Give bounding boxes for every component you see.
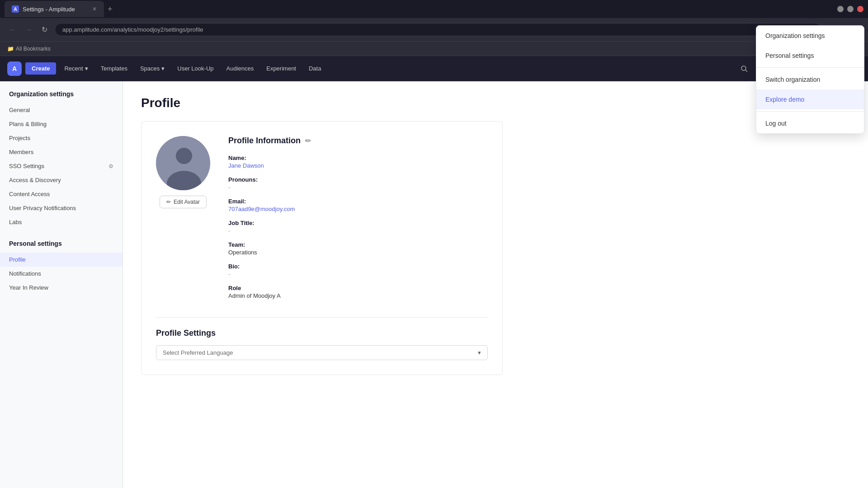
nav-item-spaces[interactable]: Spaces ▾	[136, 62, 169, 75]
field-pronouns: Pronouns: -	[228, 176, 488, 191]
dropdown-item-switch-org[interactable]: Switch organization	[756, 70, 864, 89]
sidebar-item-user-privacy[interactable]: User Privacy Notifications	[0, 201, 123, 215]
bookmarks-folder-icon: 📁	[7, 46, 14, 52]
profile-settings-section: Profile Settings Select Preferred Langua…	[156, 317, 488, 360]
back-button[interactable]: ←	[7, 24, 18, 36]
new-tab-button[interactable]: +	[104, 3, 116, 16]
bookmarks-bar: 📁 All Bookmarks	[0, 42, 868, 56]
page-title: Profile	[141, 96, 850, 110]
close-tab-button[interactable]: ✕	[92, 6, 97, 12]
nav-item-templates[interactable]: Templates	[96, 62, 132, 75]
url-bar[interactable]: app.amplitude.com/analytics/moodjoy2/set…	[55, 23, 822, 36]
main-layout: Organization settings General Plans & Bi…	[0, 81, 868, 488]
field-team: Team: Operations	[228, 241, 488, 256]
sidebar-item-content-access[interactable]: Content Access	[0, 187, 123, 201]
search-icon-button[interactable]	[736, 61, 752, 77]
field-job-title: Job Title: -	[228, 220, 488, 234]
dropdown-item-org-settings[interactable]: Organization settings	[756, 26, 864, 46]
minimize-button[interactable]	[837, 6, 844, 12]
sidebar-item-access-discovery[interactable]: Access & Discovery	[0, 173, 123, 187]
profile-info: Profile Information ✏ Name: Jane Dawson …	[228, 136, 488, 306]
sidebar-item-year-in-review[interactable]: Year In Review	[0, 281, 123, 295]
amplitude-logo[interactable]: A	[7, 61, 22, 76]
tab-title: Settings - Amplitude	[23, 6, 89, 13]
profile-info-header: Profile Information ✏	[228, 136, 488, 145]
nav-item-userlookup[interactable]: User Look-Up	[173, 62, 218, 75]
all-bookmarks[interactable]: 📁 All Bookmarks	[7, 46, 51, 52]
top-nav: A Create Recent ▾ Templates Spaces ▾ Use…	[0, 56, 868, 81]
edit-avatar-button[interactable]: ✏ Edit Avatar	[160, 196, 207, 208]
org-settings-title: Organization settings	[0, 90, 123, 103]
sidebar: Organization settings General Plans & Bi…	[0, 81, 123, 488]
field-name: Name: Jane Dawson	[228, 155, 488, 169]
edit-profile-button[interactable]: ✏	[305, 136, 311, 145]
window-controls	[837, 6, 863, 12]
browser-titlebar: A Settings - Amplitude ✕ +	[0, 0, 868, 18]
field-bio: Bio: -	[228, 263, 488, 277]
url-text: app.amplitude.com/analytics/moodjoy2/set…	[62, 26, 203, 33]
nav-item-data[interactable]: Data	[304, 62, 326, 75]
language-placeholder: Select Preferred Language	[163, 349, 233, 356]
svg-line-1	[745, 70, 747, 72]
refresh-button[interactable]: ↻	[40, 23, 49, 36]
avatar	[156, 136, 210, 190]
avatar-section: ✏ Edit Avatar	[156, 136, 210, 208]
field-email: Email: 707aad9e@moodjoy.com	[228, 198, 488, 212]
field-role: Role Admin of Moodjoy A	[228, 285, 488, 299]
language-select[interactable]: Select Preferred Language ▾	[156, 345, 488, 360]
svg-point-0	[741, 66, 746, 70]
main-content: Profile ✏ Edi	[123, 81, 868, 488]
favicon-icon: A	[12, 5, 19, 13]
sidebar-item-sso[interactable]: SSO Settings ⚙	[0, 159, 123, 173]
profile-card: ✏ Edit Avatar Profile Information ✏ Name…	[141, 121, 503, 375]
svg-point-12	[176, 148, 192, 164]
sidebar-item-profile[interactable]: Profile	[0, 253, 123, 267]
sidebar-item-labs[interactable]: Labs	[0, 215, 123, 229]
nav-item-recent[interactable]: Recent ▾	[60, 62, 92, 75]
personal-settings-title: Personal settings	[0, 240, 123, 253]
create-button[interactable]: Create	[25, 62, 56, 75]
address-bar: ← → ↻ app.amplitude.com/analytics/moodjo…	[0, 18, 868, 42]
nav-item-audiences[interactable]: Audiences	[222, 62, 259, 75]
chevron-down-icon: ▾	[85, 65, 88, 72]
maximize-button[interactable]	[847, 6, 854, 12]
sidebar-item-projects[interactable]: Projects	[0, 131, 123, 145]
nav-item-experiment[interactable]: Experiment	[262, 62, 301, 75]
sidebar-item-billing[interactable]: Plans & Billing	[0, 117, 123, 131]
dropdown-item-explore-demo[interactable]: Explore demo	[756, 89, 864, 109]
sidebar-item-notifications[interactable]: Notifications	[0, 267, 123, 281]
sso-icon: ⚙	[108, 163, 113, 169]
dropdown-divider-2	[756, 111, 864, 112]
dropdown-divider	[756, 67, 864, 68]
profile-settings-title: Profile Settings	[156, 328, 488, 338]
profile-top: ✏ Edit Avatar Profile Information ✏ Name…	[156, 136, 488, 306]
sidebar-item-general[interactable]: General	[0, 103, 123, 117]
profile-info-title: Profile Information	[228, 136, 301, 145]
browser-tab[interactable]: A Settings - Amplitude ✕	[5, 1, 104, 17]
chevron-down-icon: ▾	[161, 65, 165, 72]
pencil-icon: ✏	[166, 199, 171, 205]
close-window-button[interactable]	[857, 6, 863, 12]
dropdown-menu: Organization settings Personal settings …	[756, 25, 864, 134]
dropdown-item-personal-settings[interactable]: Personal settings	[756, 46, 864, 66]
sidebar-item-members[interactable]: Members	[0, 145, 123, 159]
chevron-down-icon: ▾	[478, 349, 481, 356]
forward-button[interactable]: →	[24, 24, 34, 36]
dropdown-item-logout[interactable]: Log out	[756, 113, 864, 133]
